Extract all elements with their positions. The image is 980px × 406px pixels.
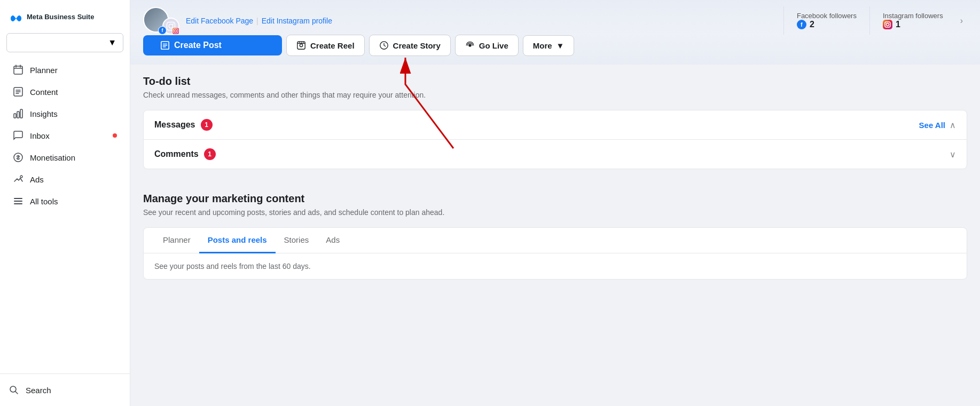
go-live-button[interactable]: Go Live [455,35,519,56]
more-button[interactable]: More ▼ [523,35,575,56]
marketing-card: Planner Posts and reels Stories Ads See … [143,227,967,280]
facebook-followers-block: Facebook followers f 2 [783,6,869,35]
all-tools-label: All tools [30,197,58,206]
tab-ads[interactable]: Ads [317,228,348,253]
planner-label: Planner [30,66,58,75]
sidebar-item-monetisation[interactable]: Monetisation [4,147,126,168]
instagram-followers-count: 1 [883,20,943,29]
sidebar-bottom: Search [0,373,130,406]
go-live-icon [465,41,475,50]
sidebar-item-all-tools[interactable]: All tools [4,190,126,212]
tab-stories[interactable]: Stories [276,228,318,253]
facebook-followers-info: Facebook followers f 2 [797,12,857,29]
svg-rect-2 [14,114,16,118]
content-label: Content [30,87,58,97]
inbox-badge [113,133,117,138]
followers-chevron-icon[interactable]: › [956,16,967,26]
ads-icon [13,174,23,185]
comments-chevron-down-icon[interactable]: ∨ [950,149,956,160]
sidebar-item-planner[interactable]: Planner [4,59,126,81]
todo-section: To-do list Check unread messages, commen… [130,65,980,180]
create-reel-label: Create Reel [310,41,355,50]
monetisation-label: Monetisation [30,153,75,162]
instagram-small-icon [883,20,892,29]
messages-see-all[interactable]: See All [919,121,945,130]
main-content: f [130,0,980,406]
monetisation-icon [13,152,23,163]
tab-posts-reels[interactable]: Posts and reels [199,228,276,253]
profile-section: f [143,7,332,35]
insights-label: Insights [30,109,58,118]
create-reel-button[interactable]: Create Reel [286,35,365,56]
todo-card: Messages 1 See All ∧ Comments 1 ∨ [143,110,967,169]
svg-point-14 [886,23,889,26]
sidebar-search[interactable]: Search [0,378,130,402]
all-tools-icon [13,196,23,206]
app-name: Meta Business Suite [27,13,94,21]
messages-chevron-up-icon[interactable]: ∧ [950,120,956,130]
comments-row[interactable]: Comments 1 ∨ [144,140,967,169]
more-chevron-icon: ▼ [556,41,565,50]
followers-section: Facebook followers f 2 Instagram followe… [783,6,967,35]
svg-rect-11 [174,28,178,33]
create-post-button[interactable]: Create Post [143,35,282,55]
svg-rect-0 [14,66,22,74]
messages-left: Messages 1 [154,119,213,131]
create-story-label: Create Story [393,41,441,50]
ads-label: Ads [30,175,44,184]
svg-point-17 [300,44,302,46]
marketing-subtitle: See your recent and upcoming posts, stor… [143,208,967,217]
create-story-button[interactable]: Create Story [369,35,451,56]
profile-bar: f [130,0,980,35]
todo-subtitle: Check unread messages, comments and othe… [143,91,967,99]
content-icon [13,86,23,97]
sidebar-item-inbox[interactable]: Inbox [4,125,126,146]
inbox-label: Inbox [30,131,50,140]
instagram-badge-icon [172,27,179,35]
svg-point-7 [10,386,16,392]
edit-instagram-link[interactable]: Edit Instagram profile [262,17,332,25]
edit-facebook-link[interactable]: Edit Facebook Page [186,17,253,25]
comments-badge: 1 [204,148,216,160]
meta-logo: Meta Business Suite [9,10,94,25]
comments-right: ∨ [950,149,956,160]
calendar-icon [13,65,23,75]
sidebar-item-content[interactable]: Content [4,81,126,102]
messages-badge: 1 [201,119,213,131]
dropdown-chevron-icon: ▼ [108,38,116,47]
search-icon [9,385,19,395]
svg-rect-13 [885,22,890,27]
tab-planner[interactable]: Planner [154,228,199,253]
sidebar: Meta Business Suite ▼ Planner [0,0,130,406]
messages-label: Messages [154,120,195,130]
todo-title: To-do list [143,75,967,87]
account-dropdown[interactable]: ▼ [6,33,123,52]
svg-rect-3 [17,112,19,118]
create-post-icon [160,41,170,50]
avatar-group: f [143,7,179,35]
sidebar-item-insights[interactable]: Insights [4,103,126,124]
svg-point-6 [20,176,22,178]
action-bar: Create Post Create Reel Create Story [130,35,980,65]
create-story-icon [379,41,389,50]
facebook-followers-label: Facebook followers [797,12,857,20]
inbox-icon [13,130,23,141]
app-logo: Meta Business Suite [0,0,130,33]
marketing-title: Manage your marketing content [143,193,967,205]
comments-label: Comments [154,149,199,159]
search-label: Search [26,386,51,395]
svg-point-19 [468,44,471,46]
sidebar-nav: Planner Content Insights [0,57,130,373]
create-reel-icon [296,41,306,50]
facebook-badge-icon: f [158,26,167,35]
marketing-body: See your posts and reels from the last 6… [144,253,967,279]
messages-row[interactable]: Messages 1 See All ∧ [144,110,967,140]
svg-point-10 [173,23,174,24]
more-label: More [533,41,552,50]
instagram-followers-info: Instagram followers 1 [883,12,943,29]
sidebar-item-ads[interactable]: Ads [4,169,126,190]
comments-left: Comments 1 [154,148,216,160]
instagram-followers-block: Instagram followers 1 [869,6,956,35]
marketing-body-text: See your posts and reels from the last 6… [154,262,311,270]
profile-links: Edit Facebook Page | Edit Instagram prof… [186,17,332,25]
